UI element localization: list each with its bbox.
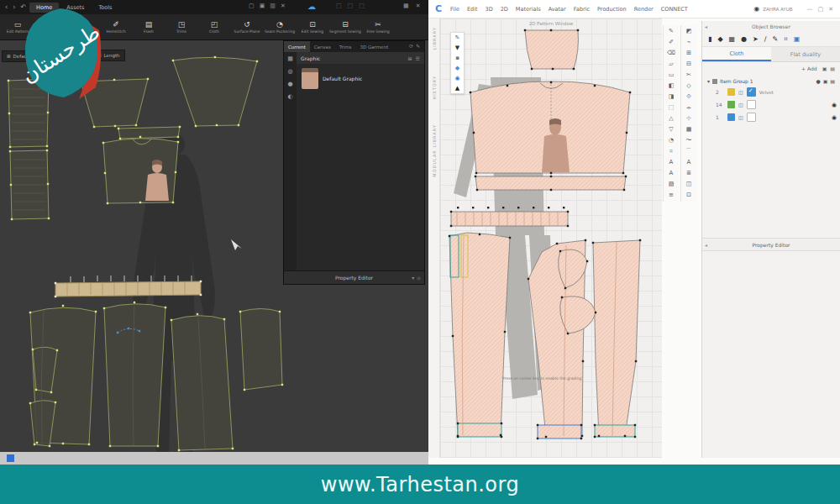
mini-tool-icon[interactable]: ◉: [454, 75, 459, 81]
pattern-point[interactable]: [177, 136, 179, 138]
pattern-point[interactable]: [128, 328, 129, 329]
pattern-point[interactable]: [501, 423, 502, 424]
ribbon-button[interactable]: ⊡ Edit Sewing: [297, 15, 328, 39]
pattern-point[interactable]: [113, 79, 115, 81]
dock-tab[interactable]: LIBRARY: [432, 27, 437, 50]
pattern-point[interactable]: [585, 239, 586, 241]
pattern-point[interactable]: [93, 126, 95, 128]
pattern-point[interactable]: [537, 438, 538, 439]
pattern-point[interactable]: [594, 436, 596, 438]
pattern-point[interactable]: [550, 29, 552, 31]
menu-item[interactable]: Materials: [516, 6, 541, 13]
pattern-point[interactable]: [564, 287, 566, 289]
pattern-pant-4[interactable]: [240, 309, 282, 391]
menu-item[interactable]: Edit: [467, 6, 478, 13]
pattern-point[interactable]: [586, 260, 588, 262]
window-control-icon[interactable]: —: [807, 6, 813, 13]
panel-tab[interactable]: Current: [284, 41, 310, 52]
pattern-point[interactable]: [567, 225, 569, 227]
tool-icon[interactable]: ⊞: [686, 50, 691, 57]
pattern-point[interactable]: [537, 424, 538, 426]
pattern-point[interactable]: [598, 435, 600, 437]
pattern-point[interactable]: [475, 172, 477, 174]
pattern-point[interactable]: [473, 132, 475, 134]
object-type-icon[interactable]: ▣: [794, 35, 801, 43]
pattern-point[interactable]: [9, 146, 11, 148]
tool-icon[interactable]: ◔: [669, 137, 674, 144]
pattern-pant-right-b[interactable]: [593, 240, 640, 436]
tool-icon[interactable]: ◇: [686, 82, 690, 90]
pattern-point[interactable]: [119, 138, 121, 139]
tree-icon[interactable]: ▤: [830, 78, 835, 84]
pattern-point[interactable]: [135, 124, 137, 126]
pattern-point[interactable]: [8, 80, 9, 81]
pattern-point[interactable]: [239, 311, 241, 312]
pattern-point[interactable]: [36, 442, 38, 444]
tool-icon[interactable]: ⊟: [686, 60, 691, 68]
panel-tab[interactable]: Trims: [335, 41, 356, 52]
ribbon-button[interactable]: ↺ Surface Plane: [231, 15, 263, 39]
panel-tab[interactable]: Canvas: [310, 41, 335, 52]
pattern-sleeve-right[interactable]: [173, 57, 257, 126]
tool-icon[interactable]: ⌯: [686, 104, 691, 112]
visibility-checkbox[interactable]: [747, 113, 756, 122]
pattern-point[interactable]: [29, 402, 31, 404]
pattern-point[interactable]: [147, 78, 149, 80]
pattern-point[interactable]: [9, 150, 11, 152]
rail-icon[interactable]: ●: [287, 81, 292, 87]
pattern-point[interactable]: [232, 448, 234, 449]
object-type-icon[interactable]: ◆: [717, 35, 722, 43]
tool-icon[interactable]: ▨: [669, 181, 675, 188]
pattern-point[interactable]: [238, 124, 239, 126]
pattern-point[interactable]: [573, 68, 575, 70]
panel-tab[interactable]: 3D Garment: [355, 41, 392, 52]
tool-icon[interactable]: ▱: [669, 60, 673, 68]
pattern-point[interactable]: [216, 124, 218, 126]
collapse-icon[interactable]: ◂: [705, 242, 707, 248]
pattern-point[interactable]: [524, 29, 526, 31]
tool-icon[interactable]: ✐: [669, 39, 674, 46]
pattern-point[interactable]: [200, 294, 202, 296]
object-type-icon[interactable]: ▦: [729, 35, 736, 43]
panel-icon[interactable]: ✎: [416, 43, 420, 49]
mini-tool-icon[interactable]: ▪: [455, 55, 459, 61]
tool-icon[interactable]: ▭: [669, 71, 675, 79]
pattern-point[interactable]: [48, 218, 50, 219]
viewport-layout-icon[interactable]: ⬚: [346, 3, 355, 9]
object-type-icon[interactable]: ▮: [708, 35, 711, 43]
ribbon-button[interactable]: ✂ Free Sewing: [362, 15, 394, 39]
pattern-point[interactable]: [177, 141, 179, 143]
section-icon[interactable]: ⊞: [408, 55, 412, 61]
tool-icon[interactable]: ◫: [686, 181, 692, 188]
pattern-point[interactable]: [552, 68, 554, 70]
pattern-point[interactable]: [172, 202, 174, 203]
object-row[interactable]: 2 ◫ Velvet: [702, 86, 840, 98]
pattern-point[interactable]: [172, 60, 174, 61]
layout-icon[interactable]: ▥: [268, 3, 277, 9]
ribbon-button[interactable]: ◰ Cloth: [198, 15, 230, 39]
user-account[interactable]: ◉ ZAHRA AYUB: [753, 5, 792, 13]
pattern-point[interactable]: [550, 176, 552, 177]
tool-icon[interactable]: ≡: [669, 192, 674, 199]
object-browser-tab[interactable]: Cloth: [702, 47, 771, 61]
tool-icon[interactable]: ⌒: [686, 148, 692, 155]
pattern-point[interactable]: [550, 189, 552, 191]
cuff-strip-3[interactable]: [595, 425, 635, 437]
menu-item[interactable]: Fabric: [574, 6, 590, 13]
pattern-point[interactable]: [623, 189, 625, 191]
pattern-point[interactable]: [634, 436, 636, 438]
pattern-point[interactable]: [256, 60, 258, 62]
object-type-icon[interactable]: ➤: [753, 35, 759, 43]
pattern-point[interactable]: [559, 250, 561, 252]
pattern-waistband[interactable]: [55, 281, 201, 297]
pattern-point[interactable]: [450, 211, 452, 213]
pattern-point[interactable]: [109, 445, 111, 447]
pattern-point[interactable]: [457, 423, 459, 424]
section-icon[interactable]: ☰: [416, 55, 420, 61]
pattern-point[interactable]: [561, 297, 563, 298]
viewport-layout-icon[interactable]: ⬚: [357, 3, 366, 9]
cuff-strip-1[interactable]: [458, 423, 501, 437]
pattern-point[interactable]: [49, 445, 50, 447]
pattern-point[interactable]: [88, 444, 90, 445]
layout-icon[interactable]: ✕: [279, 3, 287, 9]
